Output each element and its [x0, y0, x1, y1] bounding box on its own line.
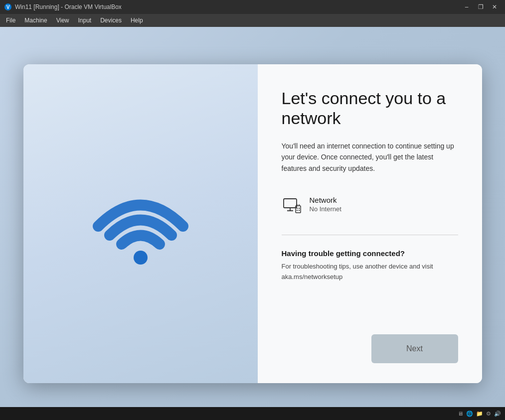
svg-rect-3	[284, 199, 297, 208]
window-title: Win11 [Running] - Oracle VM VirtualBox	[15, 3, 122, 10]
menu-help[interactable]: Help	[127, 15, 147, 25]
titlebar: V Win11 [Running] - Oracle VM VirtualBox…	[0, 0, 505, 14]
svg-rect-9	[297, 208, 298, 209]
taskbar-icon-4: ⚙	[486, 411, 491, 417]
taskbar-icons: 🖥 🌐 📁 ⚙ 🔊	[458, 411, 501, 417]
divider	[282, 235, 458, 235]
menu-devices[interactable]: Devices	[96, 15, 126, 25]
left-panel	[23, 64, 258, 383]
taskbar-icon-1: 🖥	[458, 411, 463, 417]
next-button[interactable]: Next	[371, 334, 458, 363]
minimize-button[interactable]: –	[460, 1, 473, 12]
right-panel: Let's connect you to a network You'll ne…	[258, 64, 482, 383]
taskbar-icon-3: 📁	[476, 411, 483, 417]
app-icon: V	[4, 3, 12, 11]
setup-dialog: Let's connect you to a network You'll ne…	[23, 64, 482, 383]
svg-rect-12	[299, 210, 300, 211]
menu-input[interactable]: Input	[74, 15, 96, 25]
network-status: No Internet	[310, 205, 341, 213]
svg-text:V: V	[6, 4, 10, 10]
trouble-title: Having trouble getting connected?	[282, 249, 458, 258]
taskbar-icon-2: 🌐	[466, 411, 473, 417]
wifi-illustration	[91, 179, 190, 269]
vm-display-area: Let's connect you to a network You'll ne…	[0, 27, 505, 420]
volume-icon: 🔊	[494, 411, 501, 417]
trouble-section: Having trouble getting connected? For tr…	[282, 249, 458, 282]
svg-point-2	[134, 251, 148, 265]
network-item[interactable]: Network No Internet	[282, 190, 458, 223]
network-label: Network	[310, 196, 341, 204]
trouble-description: For troubleshooting tips, use another de…	[282, 262, 458, 282]
vm-taskbar: 🖥 🌐 📁 ⚙ 🔊	[0, 407, 505, 420]
titlebar-left: V Win11 [Running] - Oracle VM VirtualBox	[4, 3, 122, 11]
svg-rect-11	[297, 210, 298, 211]
menubar: File Machine View Input Devices Help	[0, 14, 505, 27]
page-description: You'll need an internet connection to co…	[282, 140, 458, 174]
menu-machine[interactable]: Machine	[20, 15, 51, 25]
close-button[interactable]: ✕	[488, 1, 501, 12]
window-controls: – ❐ ✕	[460, 1, 501, 12]
network-info: Network No Internet	[310, 196, 341, 213]
wifi-icon	[91, 179, 190, 269]
menu-view[interactable]: View	[52, 15, 73, 25]
restore-button[interactable]: ❐	[474, 1, 487, 12]
bottom-area: Next	[282, 334, 458, 363]
network-adapter-icon	[282, 196, 303, 217]
menu-file[interactable]: File	[2, 15, 19, 25]
page-title: Let's connect you to a network	[282, 88, 458, 129]
svg-rect-10	[299, 208, 300, 209]
